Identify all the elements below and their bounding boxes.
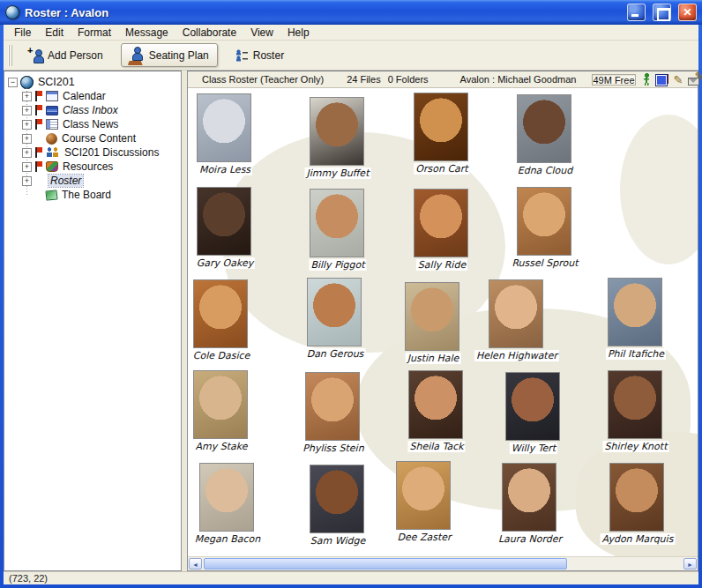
menu-edit[interactable]: Edit [38,26,71,40]
tree-item-course-content[interactable]: +Course Content [6,131,181,145]
roster-label: Roster [253,49,284,62]
scroll-left-button[interactable]: ◄ [189,558,202,569]
student-photo [489,279,543,348]
close-button[interactable] [678,4,697,21]
expand-toggle[interactable]: + [22,176,32,186]
menu-file[interactable]: File [7,26,38,40]
expand-toggle[interactable]: + [22,120,32,130]
student-card-sally-ride[interactable]: Sally Ride [414,189,470,257]
collapse-toggle[interactable]: − [8,78,18,87]
board-icon [45,190,57,200]
student-card-cole-dasice[interactable]: Cole Dasice [193,279,250,348]
add-person-label: Add Person [48,49,103,62]
student-name-label: Dee Zaster [395,532,452,543]
tree-item-calendar[interactable]: +Calendar [6,89,181,103]
expander-spacer [22,190,32,200]
seating-plan-button[interactable]: Seating Plan [121,43,218,67]
unread-flag-icon [34,147,43,158]
roster-button[interactable]: Roster [227,45,293,66]
menu-message[interactable]: Message [118,26,176,40]
unread-flag-icon [34,119,43,130]
person-status-icon[interactable] [643,73,651,86]
layers-icon[interactable] [656,74,668,86]
student-card-dan-gerous[interactable]: Dan Gerous [307,278,363,346]
toolbar-gripper[interactable] [8,45,13,66]
tree-item-roster[interactable]: +Roster [6,174,181,188]
cursor-coordinates: (723, 22) [9,573,48,584]
tree-item-label: Resources [61,160,115,173]
student-photo [396,461,451,530]
free-space-gauge: 49M Free [592,74,635,86]
student-name-label: Jimmy Buffet [305,167,371,179]
unread-flag-icon [34,105,43,115]
expand-toggle[interactable]: + [22,92,32,101]
folders-count: 0 Folders [388,74,429,85]
student-card-sheila-tack[interactable]: Sheila Tack [408,370,465,439]
student-photo [414,189,468,257]
student-name-label: Gary Oakey [195,257,255,269]
expand-toggle[interactable]: + [22,134,32,144]
flag-slot [34,175,43,186]
student-card-russel-sprout[interactable]: Russel Sprout [517,187,573,256]
tree-item-the-board[interactable]: The Board [6,188,181,202]
student-card-phyliss-stein[interactable]: Phyliss Stein [305,372,362,441]
student-card-helen-highwater[interactable]: Helen Highwater [489,279,545,348]
student-card-gary-oakey[interactable]: Gary Oakey [197,187,253,256]
tree-item-label: Class News [61,118,120,130]
student-card-edna-cloud[interactable]: Edna Cloud [517,94,573,163]
tree-item-sci201[interactable]: − SCI201 [6,75,181,89]
student-card-dee-zaster[interactable]: Dee Zaster [396,461,452,530]
expand-toggle[interactable]: + [22,162,32,172]
add-person-button[interactable]: + Add Person [24,45,112,66]
add-person-icon: + [33,49,43,62]
discussions-icon [46,147,60,158]
student-name-label: Laura Norder [497,533,564,545]
student-name-label: Billy Piggot [309,259,366,271]
student-card-shirley-knott[interactable]: Shirley Knott [608,370,664,439]
roster-icon [235,49,249,62]
student-name-label: Orson Cart [414,163,469,175]
student-card-orson-cart[interactable]: Orson Cart [414,93,470,161]
student-card-phil-itafiche[interactable]: Phil Itafiche [608,278,664,346]
student-card-amy-stake[interactable]: Amy Stake [193,370,250,439]
pencil-icon[interactable]: ✎ [674,74,683,86]
menu-format[interactable]: Format [71,26,118,40]
student-card-jimmy-buffet[interactable]: Jimmy Buffet [310,97,366,166]
tree-item-label: The Board [60,189,113,201]
student-name-label: Shirley Knott [603,441,669,452]
student-photo [197,93,251,162]
menu-view[interactable]: View [243,26,280,40]
menubar: FileEditFormatMessageCollaborateViewHelp [4,25,698,41]
student-photo [609,463,664,532]
expand-toggle[interactable]: + [22,148,32,158]
student-card-aydon-marquis[interactable]: Aydon Marquis [609,463,666,532]
student-card-willy-tert[interactable]: Willy Tert [505,372,562,441]
student-photo [193,279,248,348]
menu-collaborate[interactable]: Collaborate [176,26,243,40]
compose-message-icon[interactable]: ✎ [688,74,702,86]
student-card-billy-piggot[interactable]: Billy Piggot [310,189,366,257]
expand-toggle[interactable]: + [22,106,32,115]
tree-item-class-news[interactable]: +Class News [6,117,181,131]
student-card-moira-less[interactable]: Moira Less [197,93,253,162]
menu-help[interactable]: Help [280,26,317,40]
flag-slot [34,133,43,144]
window-title: Roster : Avalon [25,6,620,19]
student-photo [310,465,364,533]
scroll-right-button[interactable]: ► [683,558,697,569]
student-card-laura-norder[interactable]: Laura Norder [502,463,558,532]
student-card-megan-bacon[interactable]: Megan Bacon [199,463,256,532]
tree-item-resources[interactable]: +Resources [6,160,181,174]
content-header: Class Roster (Teacher Only) 24 Files 0 F… [188,71,698,88]
student-photo [608,370,662,439]
maximize-button[interactable] [653,4,671,21]
student-card-sam-widge[interactable]: Sam Widge [310,465,366,533]
scrollbar-thumb[interactable] [204,558,567,569]
student-name-label: Dan Gerous [305,348,366,360]
tree-item-class-inbox[interactable]: +Class Inbox [6,103,181,117]
tree-item-sci201-discussions[interactable]: +SCI201 Discussions [6,145,181,160]
student-card-justin-hale[interactable]: Justin Hale [405,282,461,351]
minimize-button[interactable] [627,4,646,21]
seating-plan-label: Seating Plan [149,49,209,62]
horizontal-scrollbar[interactable]: ◄ ► [188,556,698,570]
